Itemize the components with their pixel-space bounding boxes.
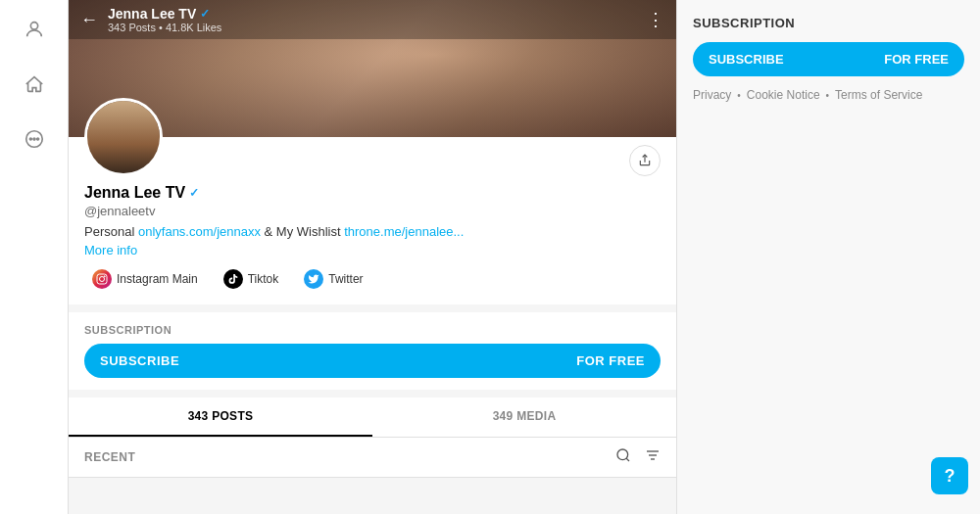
more-info-link[interactable]: More info bbox=[84, 243, 661, 257]
instagram-icon bbox=[92, 269, 112, 289]
profile-username: @jennaleetv bbox=[84, 204, 661, 218]
twitter-icon bbox=[304, 269, 323, 289]
svg-point-2 bbox=[29, 138, 31, 140]
home-icon[interactable] bbox=[17, 67, 52, 102]
profile-header-name: Jenna Lee TV ✓ bbox=[108, 6, 647, 22]
svg-point-9 bbox=[617, 449, 628, 460]
avatar-row bbox=[84, 98, 661, 176]
tabs-section: 343 POSTS 349 MEDIA bbox=[69, 390, 676, 438]
tiktok-icon bbox=[223, 269, 243, 289]
footer-dot-1: • bbox=[737, 90, 741, 101]
svg-point-3 bbox=[33, 138, 35, 140]
tiktok-label: Tiktok bbox=[248, 272, 279, 286]
profile-container: ← Jenna Lee TV ✓ 343 Posts • 41.8K Likes… bbox=[69, 0, 676, 478]
user-icon[interactable] bbox=[17, 12, 52, 47]
recent-label: RECENT bbox=[84, 450, 135, 464]
footer-dot-2: • bbox=[826, 90, 830, 101]
right-subscription-label: SUBSCRIPTION bbox=[693, 16, 964, 30]
svg-point-4 bbox=[36, 138, 38, 140]
profile-header-stats: 343 Posts • 41.8K Likes bbox=[108, 22, 647, 33]
help-button[interactable]: ? bbox=[931, 457, 968, 494]
instagram-label: Instagram Main bbox=[117, 272, 198, 286]
twitter-label: Twitter bbox=[328, 272, 363, 286]
throne-link[interactable]: throne.me/jennalee... bbox=[344, 224, 464, 239]
share-button[interactable] bbox=[629, 145, 661, 176]
header-verified-badge: ✓ bbox=[200, 7, 210, 21]
tab-posts[interactable]: 343 POSTS bbox=[69, 397, 372, 437]
instagram-link[interactable]: Instagram Main bbox=[84, 265, 206, 293]
more-options-button[interactable]: ⋮ bbox=[647, 9, 664, 30]
bio-mid-text: & My Wishlist bbox=[265, 224, 345, 239]
tab-media[interactable]: 349 MEDIA bbox=[372, 397, 676, 437]
subscribe-button[interactable]: SUBSCRIBE FOR FREE bbox=[84, 344, 661, 378]
profile-header-info: Jenna Lee TV ✓ 343 Posts • 41.8K Likes bbox=[108, 6, 647, 33]
social-links: Instagram Main Tiktok bbox=[84, 265, 661, 293]
cookie-notice-link[interactable]: Cookie Notice bbox=[747, 88, 820, 102]
svg-rect-6 bbox=[97, 274, 107, 284]
tiktok-link[interactable]: Tiktok bbox=[216, 265, 287, 293]
back-button[interactable]: ← bbox=[80, 10, 98, 30]
right-subscribe-button[interactable]: SUBSCRIBE FOR FREE bbox=[693, 42, 964, 76]
profile-verified-badge: ✓ bbox=[189, 186, 199, 200]
subscription-section: SUBSCRIPTION SUBSCRIBE FOR FREE bbox=[69, 304, 676, 390]
profile-info-section: Jenna Lee TV ✓ @jennaleetv Personal only… bbox=[69, 98, 676, 304]
subscription-label: SUBSCRIPTION bbox=[84, 324, 661, 336]
footer-links: Privacy • Cookie Notice • Terms of Servi… bbox=[693, 88, 964, 102]
right-for-free-text: FOR FREE bbox=[884, 52, 949, 67]
header-name-text: Jenna Lee TV bbox=[108, 6, 196, 22]
twitter-link[interactable]: Twitter bbox=[296, 265, 370, 293]
svg-point-7 bbox=[100, 277, 105, 282]
filter-icon[interactable] bbox=[645, 447, 661, 467]
recent-actions bbox=[615, 447, 661, 467]
profile-header-bar: ← Jenna Lee TV ✓ 343 Posts • 41.8K Likes… bbox=[69, 0, 676, 39]
message-icon[interactable] bbox=[17, 121, 52, 157]
avatar bbox=[84, 98, 163, 176]
svg-line-10 bbox=[626, 458, 629, 461]
privacy-link[interactable]: Privacy bbox=[693, 88, 731, 102]
right-panel: SUBSCRIPTION SUBSCRIBE FOR FREE Privacy … bbox=[676, 0, 980, 514]
bio-text: Personal bbox=[84, 224, 134, 239]
svg-point-0 bbox=[30, 23, 37, 29]
profile-bio: Personal onlyfans.com/jennaxx & My Wishl… bbox=[84, 224, 661, 239]
onlyfans-link[interactable]: onlyfans.com/jennaxx bbox=[138, 224, 261, 239]
sidebar bbox=[0, 0, 69, 514]
main-content: ← Jenna Lee TV ✓ 343 Posts • 41.8K Likes… bbox=[69, 0, 676, 514]
search-icon[interactable] bbox=[615, 447, 631, 467]
profile-name: Jenna Lee TV ✓ bbox=[84, 184, 661, 202]
recent-section: RECENT bbox=[69, 438, 676, 477]
right-subscribe-text: SUBSCRIBE bbox=[709, 52, 784, 67]
terms-link[interactable]: Terms of Service bbox=[835, 88, 922, 102]
for-free-text: FOR FREE bbox=[576, 353, 645, 368]
profile-name-text: Jenna Lee TV bbox=[84, 184, 185, 202]
svg-point-8 bbox=[104, 276, 105, 277]
subscribe-text: SUBSCRIBE bbox=[100, 353, 179, 368]
